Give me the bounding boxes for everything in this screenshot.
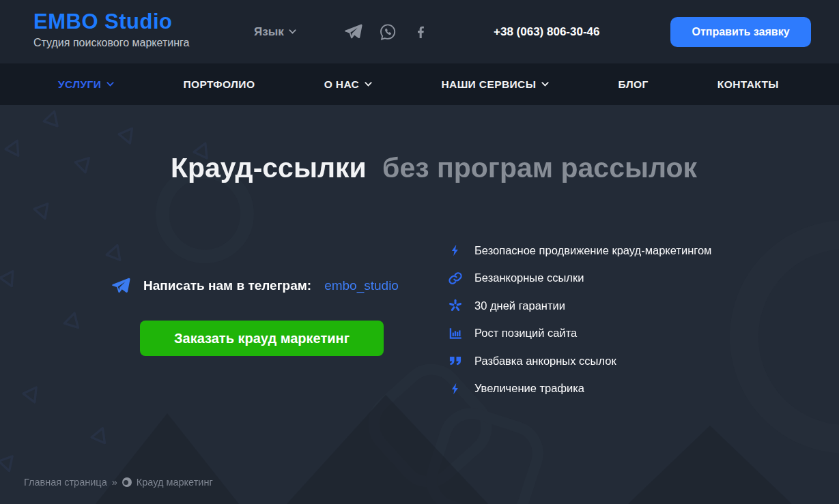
facebook-icon (413, 24, 429, 40)
breadcrumb-separator: » (112, 477, 117, 488)
facebook-link[interactable] (413, 24, 429, 40)
nav-item-services[interactable]: УСЛУГИ (58, 78, 114, 91)
telegram-handle-link[interactable]: embo_studio (324, 278, 399, 293)
nav-item-label: О НАС (324, 78, 360, 91)
feature-label: Безанкорные ссылки (474, 271, 584, 284)
social-links (344, 0, 429, 63)
feature-item: Увеличение трафика (447, 381, 711, 397)
nav-item-label: УСЛУГИ (58, 78, 101, 91)
breadcrumb-home-link[interactable]: Главная страница (24, 477, 107, 488)
logo[interactable]: EMBO Studio Студия поискового маркетинга (33, 9, 189, 50)
viber-link[interactable] (379, 23, 397, 41)
features-list: Безопасное продвижение крауд-маркетингом… (447, 242, 711, 408)
lightning-icon (447, 243, 464, 258)
nav-item-label: БЛОГ (618, 78, 649, 91)
feature-item: Безанкорные ссылки (447, 270, 711, 286)
nav-item-our-services[interactable]: НАШИ СЕРВИСЫ (441, 78, 549, 91)
telegram-icon (344, 23, 362, 41)
phone-number[interactable]: +38 (063) 806-30-46 (494, 0, 599, 63)
nav-item-label: НАШИ СЕРВИСЫ (441, 78, 536, 91)
feature-label: 30 дней гарантии (474, 299, 565, 312)
breadcrumb-current: Крауд маркетинг (137, 477, 213, 488)
logo-title[interactable]: EMBO Studio (33, 9, 189, 35)
bar-chart-icon (447, 326, 464, 341)
breadcrumb: Главная страница » Крауд маркетинг (24, 477, 213, 488)
order-crowd-marketing-button[interactable]: Заказать крауд маркетинг (140, 321, 384, 356)
language-label: Язык (254, 25, 284, 39)
page-title: Крауд-ссылки без програм рассылок (0, 154, 839, 182)
page: EMBO Studio Студия поискового маркетинга… (0, 0, 839, 504)
feature-item: Разбавка анкорных ссылок (447, 353, 711, 369)
quote-icon (447, 353, 464, 368)
feature-label: Увеличение трафика (474, 382, 584, 395)
chevron-down-icon (289, 29, 296, 34)
chevron-down-icon (106, 82, 114, 87)
chevron-down-icon (365, 82, 372, 87)
bullet-icon (122, 477, 132, 487)
nav-item-label: ПОРТФОЛИО (184, 78, 255, 91)
main-nav: УСЛУГИ ПОРТФОЛИО О НАС НАШИ СЕРВИСЫ БЛОГ… (0, 63, 839, 105)
feature-label: Безопасное продвижение крауд-маркетингом (474, 244, 711, 257)
viber-icon (379, 23, 397, 41)
telegram-contact-row: Написать нам в телеграм: embo_studio (111, 276, 399, 295)
lightning-icon (447, 381, 464, 396)
logo-subtitle: Студия поискового маркетинга (33, 36, 189, 50)
nav-item-label: КОНТАКТЫ (717, 78, 779, 91)
nav-item-blog[interactable]: БЛОГ (618, 78, 649, 91)
feature-item: Рост позиций сайта (447, 325, 711, 342)
feature-label: Разбавка анкорных ссылок (474, 355, 616, 368)
burst-icon (447, 299, 464, 312)
telegram-link[interactable] (344, 23, 362, 41)
feature-label: Рост позиций сайта (474, 327, 577, 340)
chevron-down-icon (541, 82, 549, 87)
nav-item-contacts[interactable]: КОНТАКТЫ (717, 78, 779, 91)
telegram-icon (111, 276, 130, 295)
language-selector[interactable]: Язык (254, 0, 296, 63)
nav-item-portfolio[interactable]: ПОРТФОЛИО (184, 78, 255, 91)
nav-item-about[interactable]: О НАС (324, 78, 373, 91)
page-title-primary: Крауд-ссылки (171, 152, 367, 183)
feature-item: Безопасное продвижение крауд-маркетингом (447, 242, 711, 258)
link-icon (447, 271, 464, 286)
page-title-secondary: без програм рассылок (382, 152, 697, 183)
header: EMBO Studio Студия поискового маркетинга… (0, 0, 839, 63)
feature-item: 30 дней гарантии (447, 297, 711, 314)
send-request-button[interactable]: Отправить заявку (670, 17, 811, 47)
telegram-prompt: Написать нам в телеграм: (143, 278, 311, 293)
hero-section: Крауд-ссылки без програм рассылок Написа… (0, 105, 839, 504)
